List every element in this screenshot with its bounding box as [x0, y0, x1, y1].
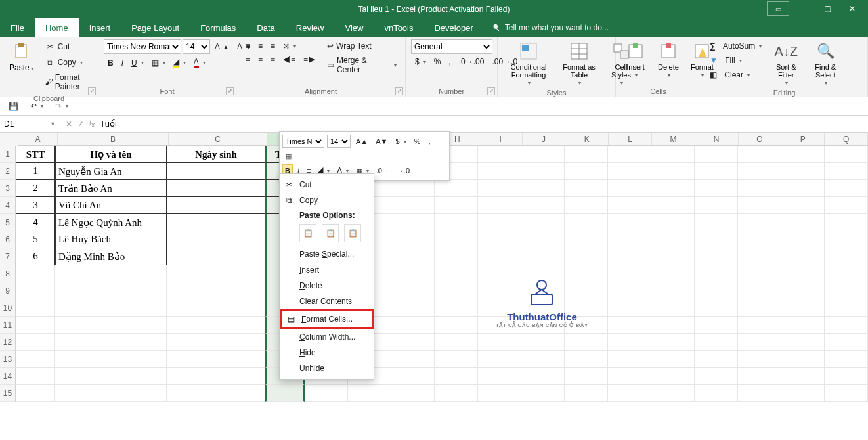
tab-file[interactable]: File — [0, 18, 35, 37]
cell[interactable] — [16, 334, 55, 351]
underline-button[interactable]: U — [127, 55, 148, 70]
col-header-P[interactable]: P — [781, 133, 825, 145]
cell[interactable] — [478, 214, 521, 231]
cell[interactable] — [348, 385, 391, 402]
cell-dob[interactable] — [167, 248, 265, 265]
insert-cells-button[interactable]: Insert — [621, 39, 650, 79]
orientation-button[interactable]: ⤭ — [279, 39, 300, 53]
cell[interactable] — [608, 265, 651, 282]
cell[interactable] — [16, 368, 55, 385]
cell[interactable] — [55, 385, 167, 402]
bold-button[interactable]: B — [104, 55, 118, 70]
cell[interactable] — [695, 214, 738, 231]
cell[interactable] — [608, 180, 651, 197]
col-header-Q[interactable]: Q — [825, 133, 868, 145]
cell[interactable] — [521, 385, 565, 402]
cell[interactable] — [781, 351, 825, 368]
fx-icon[interactable]: fx — [89, 118, 95, 129]
row-header[interactable]: 15 — [0, 385, 16, 402]
cell[interactable] — [738, 231, 781, 248]
cell[interactable] — [781, 317, 825, 334]
cell[interactable] — [651, 282, 695, 299]
cell[interactable] — [16, 265, 55, 282]
cell[interactable] — [305, 385, 348, 402]
cell[interactable] — [781, 146, 825, 163]
row-header[interactable]: 8 — [0, 265, 16, 282]
cell[interactable] — [608, 282, 651, 299]
cell[interactable] — [16, 317, 55, 334]
mini-inc-decimal[interactable]: .0→ — [374, 164, 392, 177]
cell[interactable] — [825, 385, 868, 402]
restore-button[interactable]: ▢ — [815, 1, 839, 16]
cell[interactable] — [825, 282, 868, 299]
cell[interactable] — [478, 197, 521, 214]
col-header-N[interactable]: N — [695, 133, 739, 145]
cell[interactable] — [695, 180, 738, 197]
cell[interactable] — [565, 385, 608, 402]
cell[interactable] — [521, 334, 565, 351]
cell[interactable] — [651, 351, 695, 368]
cell[interactable] — [651, 299, 695, 317]
name-box[interactable]: D1▼ — [0, 116, 60, 132]
cell[interactable] — [435, 299, 478, 317]
cell[interactable] — [738, 282, 781, 299]
ctx-unhide[interactable]: Unhide — [280, 361, 374, 376]
row-header[interactable]: 7 — [0, 248, 16, 265]
cell[interactable] — [608, 197, 651, 214]
tab-formulas[interactable]: Formulas — [190, 18, 246, 37]
increase-indent-button[interactable]: ≡⯈ — [299, 54, 320, 67]
cell[interactable] — [695, 163, 738, 180]
cell[interactable] — [608, 317, 651, 334]
cell[interactable] — [738, 248, 781, 265]
cancel-icon[interactable]: ✕ — [66, 120, 72, 129]
table-header[interactable]: Họ và tên — [55, 146, 167, 163]
cell[interactable] — [825, 351, 868, 368]
cell[interactable] — [478, 368, 521, 385]
cell[interactable] — [781, 385, 825, 402]
cell[interactable] — [738, 385, 781, 402]
cell[interactable] — [608, 351, 651, 368]
col-header-O[interactable]: O — [739, 133, 782, 145]
cell[interactable] — [521, 197, 565, 214]
cell[interactable] — [435, 214, 478, 231]
cell[interactable] — [695, 282, 738, 299]
col-header-C[interactable]: C — [169, 133, 267, 145]
cell[interactable] — [391, 197, 435, 214]
align-bottom-button[interactable]: ≡ — [267, 39, 279, 53]
cell[interactable] — [738, 351, 781, 368]
mini-font-combo[interactable]: Times New Roman — [282, 135, 324, 148]
cell[interactable] — [565, 180, 608, 197]
cell[interactable] — [738, 146, 781, 163]
cell[interactable] — [565, 334, 608, 351]
cell[interactable] — [695, 265, 738, 282]
italic-button[interactable]: I — [118, 55, 127, 70]
alignment-dialog-launcher[interactable]: ⤢ — [395, 87, 403, 95]
cell[interactable] — [521, 248, 565, 265]
cell[interactable] — [565, 368, 608, 385]
cell[interactable] — [825, 163, 868, 180]
cell[interactable] — [781, 180, 825, 197]
cell[interactable] — [825, 231, 868, 248]
cell-name[interactable]: Lê Huy Bách — [55, 231, 167, 248]
cell[interactable] — [478, 385, 521, 402]
cell[interactable] — [608, 368, 651, 385]
row-header[interactable]: 2 — [0, 163, 16, 180]
cell[interactable] — [391, 248, 435, 265]
cell[interactable] — [695, 385, 738, 402]
cell[interactable] — [391, 265, 435, 282]
cell[interactable] — [478, 351, 521, 368]
cell[interactable] — [651, 368, 695, 385]
cell-stt[interactable]: 1 — [16, 163, 55, 180]
cell[interactable] — [521, 231, 565, 248]
cell[interactable] — [738, 368, 781, 385]
cell[interactable] — [781, 163, 825, 180]
cell[interactable] — [16, 351, 55, 368]
cell[interactable] — [825, 248, 868, 265]
table-header[interactable]: Ngày sinh — [167, 146, 265, 163]
col-header-A[interactable]: A — [18, 133, 58, 145]
cell[interactable] — [521, 163, 565, 180]
mini-grow-font[interactable]: A▲ — [353, 136, 370, 146]
borders-button[interactable]: ▦ — [148, 55, 169, 70]
cell-dob[interactable] — [167, 214, 265, 231]
cell[interactable] — [825, 317, 868, 334]
